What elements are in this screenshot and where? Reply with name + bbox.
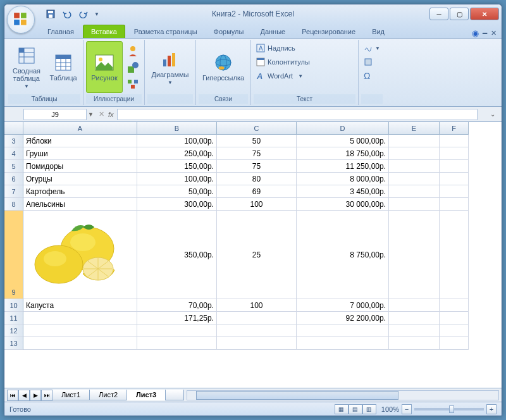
cell[interactable]: 80 — [217, 173, 297, 185]
col-header-D[interactable]: D — [297, 122, 389, 135]
cell[interactable] — [389, 185, 440, 198]
symbol-button[interactable]: Ω — [361, 69, 373, 83]
headerfooter-button[interactable]: Колонтитулы — [254, 55, 312, 69]
cell[interactable] — [297, 324, 389, 337]
redo-button[interactable] — [77, 7, 90, 21]
spreadsheet-grid-row9[interactable]: 9 — [4, 211, 502, 299]
cell[interactable] — [217, 337, 297, 350]
undo-button[interactable] — [60, 7, 74, 21]
clipart-button[interactable] — [125, 44, 140, 59]
row-header[interactable]: 3 — [4, 135, 23, 147]
sheet-nav-prev[interactable]: ◀ — [18, 390, 30, 401]
cell[interactable]: 8 000,00р. — [297, 173, 389, 185]
horizontal-scrollbar[interactable] — [187, 390, 499, 400]
sheet-tab-3[interactable]: Лист3 — [126, 390, 166, 400]
cell[interactable]: Картофель — [23, 185, 137, 198]
view-normal[interactable]: ▦ — [335, 404, 349, 414]
name-dropdown-icon[interactable]: ▼ — [88, 111, 94, 118]
table-button[interactable]: Таблица — [46, 41, 80, 93]
cell[interactable]: 100,00р. — [137, 173, 217, 185]
row-header[interactable]: 8 — [4, 198, 23, 211]
sheet-nav-next[interactable]: ▶ — [30, 390, 41, 401]
spreadsheet-grid-cont[interactable]: 10 Капуста 70,00р. 100 7 000,00р. 11 171… — [4, 299, 502, 350]
cell[interactable] — [137, 324, 217, 337]
cell[interactable] — [440, 135, 469, 147]
cell[interactable]: 69 — [217, 185, 297, 198]
sheet-nav-last[interactable]: ⏭ — [41, 390, 52, 401]
cell[interactable]: Огурцы — [23, 173, 137, 185]
tab-insert[interactable]: Вставка — [83, 25, 125, 38]
select-all-corner[interactable] — [4, 122, 23, 135]
fx-label[interactable]: fx — [108, 111, 114, 118]
cell[interactable] — [389, 324, 440, 337]
col-header-B[interactable]: B — [137, 122, 217, 135]
view-pagelayout[interactable]: ▤ — [349, 404, 362, 414]
zoom-out-button[interactable]: − — [402, 404, 412, 414]
cell[interactable] — [440, 324, 469, 337]
sheet-tab-1[interactable]: Лист1 — [52, 390, 90, 400]
tab-review[interactable]: Рецензирование — [294, 25, 363, 38]
smartart-button[interactable] — [125, 77, 140, 92]
cell[interactable] — [389, 135, 440, 147]
row-header[interactable]: 10 — [4, 299, 23, 312]
row-header[interactable]: 6 — [4, 173, 23, 185]
row-header[interactable]: 9 — [4, 211, 23, 299]
cell[interactable]: 300,00р. — [137, 198, 217, 211]
cell[interactable] — [440, 211, 469, 299]
maximize-button[interactable]: ▢ — [450, 8, 469, 20]
cell[interactable]: 25 — [217, 211, 297, 299]
cell[interactable]: 92 200,00р. — [297, 312, 389, 324]
cell[interactable]: 18 750,00р. — [297, 147, 389, 160]
tab-pagelayout[interactable]: Разметка страницы — [126, 25, 205, 38]
formula-input[interactable] — [117, 109, 478, 120]
cell[interactable] — [217, 312, 297, 324]
cell[interactable] — [217, 324, 297, 337]
cell[interactable]: 50,00р. — [137, 185, 217, 198]
cell[interactable]: 171,25р. — [137, 312, 217, 324]
zoom-thumb[interactable] — [449, 405, 454, 413]
object-button[interactable] — [361, 55, 375, 69]
cell[interactable] — [389, 198, 440, 211]
cell[interactable] — [389, 312, 440, 324]
cell[interactable] — [137, 337, 217, 350]
view-pagebreak[interactable]: ▥ — [362, 404, 376, 414]
tab-view[interactable]: Вид — [364, 25, 392, 38]
row-header[interactable]: 11 — [4, 312, 23, 324]
cell[interactable]: 75 — [217, 147, 297, 160]
col-header-C[interactable]: C — [217, 122, 297, 135]
cell[interactable]: 7 000,00р. — [297, 299, 389, 312]
hyperlink-button[interactable]: Гиперссылка — [199, 41, 248, 93]
cell[interactable] — [389, 337, 440, 350]
cell[interactable]: 150,00р. — [137, 160, 217, 173]
cell[interactable] — [440, 185, 469, 198]
tab-formulas[interactable]: Формулы — [206, 25, 252, 38]
cell[interactable]: 50 — [217, 135, 297, 147]
minimize-button[interactable]: ─ — [429, 8, 448, 20]
zoom-in-button[interactable]: + — [486, 404, 497, 414]
cell[interactable] — [440, 312, 469, 324]
cell[interactable]: 75 — [217, 160, 297, 173]
cell[interactable] — [23, 324, 137, 337]
row-header[interactable]: 5 — [4, 160, 23, 173]
lemon-image[interactable] — [27, 217, 122, 293]
cell[interactable] — [389, 211, 440, 299]
cell[interactable] — [440, 147, 469, 160]
col-header-A[interactable]: A — [23, 122, 137, 135]
doc-minimize-button[interactable]: ━ — [483, 29, 487, 38]
tab-home[interactable]: Главная — [40, 25, 82, 38]
cell[interactable] — [297, 337, 389, 350]
cell[interactable]: 350,00р. — [137, 211, 217, 299]
save-button[interactable] — [44, 7, 58, 21]
expand-formula-bar[interactable]: ⌄ — [490, 111, 499, 118]
cell[interactable]: Яблоки — [23, 135, 137, 147]
cell[interactable] — [389, 160, 440, 173]
cell[interactable]: 100 — [217, 198, 297, 211]
cell[interactable] — [440, 173, 469, 185]
cell[interactable]: Груши — [23, 147, 137, 160]
cell[interactable]: Помидоры — [23, 160, 137, 173]
picture-button[interactable]: Рисунок — [86, 41, 123, 93]
zoom-level[interactable]: 100% — [381, 405, 399, 413]
row-header[interactable]: 12 — [4, 324, 23, 337]
doc-close-button[interactable]: ✕ — [491, 29, 497, 37]
wordart-button[interactable]: AWordArt▼ — [254, 69, 305, 83]
